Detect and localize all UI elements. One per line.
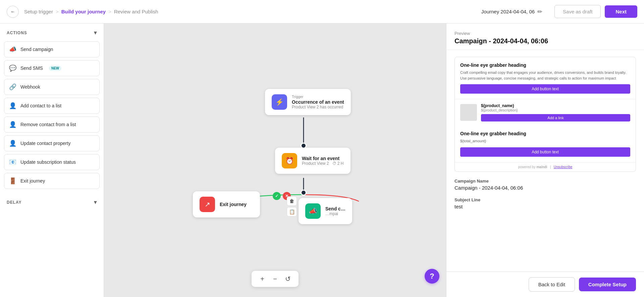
send-title: Send c… bbox=[325, 206, 345, 211]
email-heading-1: One-line eye grabber heading bbox=[460, 62, 630, 68]
next-button[interactable]: Next bbox=[605, 5, 637, 18]
breadcrumb-sep-1: > bbox=[56, 9, 59, 14]
success-dot: ✓ bbox=[273, 192, 281, 200]
wait-subtitle: Product View 2 ⏱ 2 H bbox=[302, 161, 344, 166]
delay-label: DELAY bbox=[7, 200, 21, 205]
connector-dot-2 bbox=[301, 190, 307, 196]
wait-node[interactable]: ⏰ Wait for an event Product View 2 ⏱ 2 H bbox=[275, 148, 351, 174]
remove-contact-icon: 👤 bbox=[9, 121, 16, 128]
journey-title-text: Journey 2024-04-04, 06 bbox=[481, 9, 535, 14]
bottom-bar: Back to Edit Complete Setup bbox=[446, 271, 644, 297]
campaign-name-section: Campaign Name Campaign - 2024-04-04, 06:… bbox=[454, 179, 636, 191]
edit-title-icon[interactable]: ✏ bbox=[537, 8, 542, 15]
zoom-out-button[interactable]: − bbox=[269, 273, 281, 285]
subject-line-value: test bbox=[454, 204, 636, 209]
exit-node[interactable]: ↗ Exit journey bbox=[193, 191, 260, 217]
delay-collapse-icon[interactable]: ▾ bbox=[94, 199, 97, 205]
subject-line-label: Subject Line bbox=[454, 197, 636, 202]
update-contact-icon: 👤 bbox=[9, 140, 16, 147]
unsubscribe-link[interactable]: Unsubscribe bbox=[554, 165, 573, 169]
preview-body: One-line eye grabber heading Craft compe… bbox=[446, 50, 644, 271]
product-desc: ${product_description} bbox=[481, 108, 630, 112]
journey-title: Journey 2024-04-04, 06 ✏ bbox=[481, 8, 542, 15]
breadcrumb-build-journey[interactable]: Build your journey bbox=[61, 9, 106, 14]
main-body: ACTIONS ▾ 📣 Send campaign 💬 Send SMS NEW… bbox=[0, 23, 644, 297]
preview-panel: Preview Campaign - 2024-04-04, 06:06 One… bbox=[446, 23, 644, 297]
action-update-contact-property[interactable]: 👤 Update contact property bbox=[4, 135, 100, 151]
exit-title: Exit journey bbox=[220, 202, 247, 207]
product-link-btn: Add a link bbox=[481, 114, 630, 121]
product-thumbnail bbox=[460, 104, 477, 121]
breadcrumb-setup-trigger[interactable]: Setup trigger bbox=[24, 9, 53, 14]
reset-view-button[interactable]: ↺ bbox=[282, 273, 294, 285]
trigger-subtitle: Product View 2 has occurred bbox=[292, 105, 344, 109]
trigger-title: Occurrence of an event bbox=[292, 99, 344, 105]
sidebar: ACTIONS ▾ 📣 Send campaign 💬 Send SMS NEW… bbox=[0, 23, 104, 297]
exit-journey-icon: 🚪 bbox=[9, 177, 16, 185]
delete-node-btn[interactable]: 🗑 bbox=[287, 196, 297, 206]
action-webhook[interactable]: 🔗 Webhook bbox=[4, 79, 100, 95]
action-remove-contact-label: Remove contact from a list bbox=[20, 122, 76, 127]
breadcrumb-sep-2: > bbox=[108, 9, 111, 14]
email-total: ${total_amount} bbox=[460, 138, 630, 144]
canvas: ⚡ Trigger Occurrence of an event Product… bbox=[104, 23, 446, 297]
campaign-name-value: Campaign - 2024-04-04, 06:06 bbox=[454, 185, 636, 191]
exit-icon: ↗ bbox=[200, 197, 215, 212]
preview-title: Campaign - 2024-04-04, 06:06 bbox=[454, 37, 636, 45]
nav-right: Save as draft Next bbox=[554, 5, 637, 18]
preview-label: Preview bbox=[454, 31, 636, 36]
send-campaign-icon: 📣 bbox=[9, 46, 16, 53]
back-button[interactable]: ← bbox=[7, 6, 19, 18]
wait-title: Wait for an event bbox=[302, 156, 344, 161]
subject-line-section: Subject Line test bbox=[454, 197, 636, 209]
canvas-toolbar: + − ↺ bbox=[252, 271, 299, 287]
actions-collapse-icon[interactable]: ▾ bbox=[94, 30, 97, 36]
action-add-contact-label: Add contact to a list bbox=[20, 103, 61, 108]
breadcrumb-review-publish[interactable]: Review and Publish bbox=[114, 9, 158, 14]
email-body-text-1: Craft compelling email copy that engages… bbox=[460, 70, 630, 81]
actions-label: ACTIONS bbox=[7, 31, 27, 35]
back-to-edit-button[interactable]: Back to Edit bbox=[529, 277, 575, 292]
copy-node-btn[interactable]: 📋 bbox=[287, 207, 297, 216]
email-button-2: Add button text bbox=[460, 147, 630, 157]
email-section-2: One-line eye grabber heading ${total_amo… bbox=[455, 126, 636, 162]
product-name: ${product_name} bbox=[481, 103, 630, 108]
wait-icon: ⏰ bbox=[282, 153, 297, 168]
email-button-1: Add button text bbox=[460, 84, 630, 94]
webhook-icon: 🔗 bbox=[9, 83, 16, 91]
node-actions-mini: 🗑 📋 bbox=[287, 196, 297, 216]
action-update-subscription[interactable]: 📧 Update subscription status bbox=[4, 154, 100, 170]
help-button[interactable]: ? bbox=[425, 269, 439, 284]
email-footer: powered by maïndi | Unsubscribe bbox=[455, 162, 636, 171]
email-product-row: ${product_name} ${product_description} A… bbox=[455, 99, 636, 126]
actions-section-header: ACTIONS ▾ bbox=[0, 23, 104, 40]
trigger-label: Trigger bbox=[292, 95, 344, 99]
send-node[interactable]: 📣 Send c… …mpai bbox=[299, 198, 352, 224]
add-contact-icon: 👤 bbox=[9, 102, 16, 109]
action-send-campaign[interactable]: 📣 Send campaign bbox=[4, 41, 100, 57]
new-badge: NEW bbox=[49, 66, 61, 71]
trigger-icon: ⚡ bbox=[272, 94, 287, 110]
action-exit-journey[interactable]: 🚪 Exit journey bbox=[4, 173, 100, 189]
delay-section-header: DELAY ▾ bbox=[0, 193, 104, 209]
send-icon: 📣 bbox=[305, 203, 321, 219]
breadcrumb: Setup trigger > Build your journey > Rev… bbox=[24, 9, 158, 14]
update-subscription-icon: 📧 bbox=[9, 158, 16, 166]
save-draft-button[interactable]: Save as draft bbox=[554, 5, 601, 18]
action-update-subscription-label: Update subscription status bbox=[20, 159, 76, 165]
send-subtitle: …mpai bbox=[325, 211, 345, 216]
zoom-in-button[interactable]: + bbox=[256, 273, 268, 285]
back-arrow-icon: ← bbox=[10, 9, 15, 14]
footer-brand: maïndi bbox=[536, 165, 547, 169]
email-preview-card: One-line eye grabber heading Craft compe… bbox=[454, 57, 636, 172]
action-add-contact-list[interactable]: 👤 Add contact to a list bbox=[4, 98, 100, 114]
action-update-contact-label: Update contact property bbox=[20, 141, 70, 146]
trigger-node[interactable]: ⚡ Trigger Occurrence of an event Product… bbox=[265, 89, 351, 115]
action-remove-contact-list[interactable]: 👤 Remove contact from a list bbox=[4, 116, 100, 133]
action-exit-journey-label: Exit journey bbox=[20, 178, 45, 184]
action-send-sms-label: Send SMS bbox=[20, 65, 43, 71]
action-send-sms[interactable]: 💬 Send SMS NEW bbox=[4, 60, 100, 76]
send-sms-icon: 💬 bbox=[9, 64, 16, 72]
product-info: ${product_name} ${product_description} A… bbox=[481, 103, 630, 121]
complete-setup-button[interactable]: Complete Setup bbox=[579, 278, 636, 291]
